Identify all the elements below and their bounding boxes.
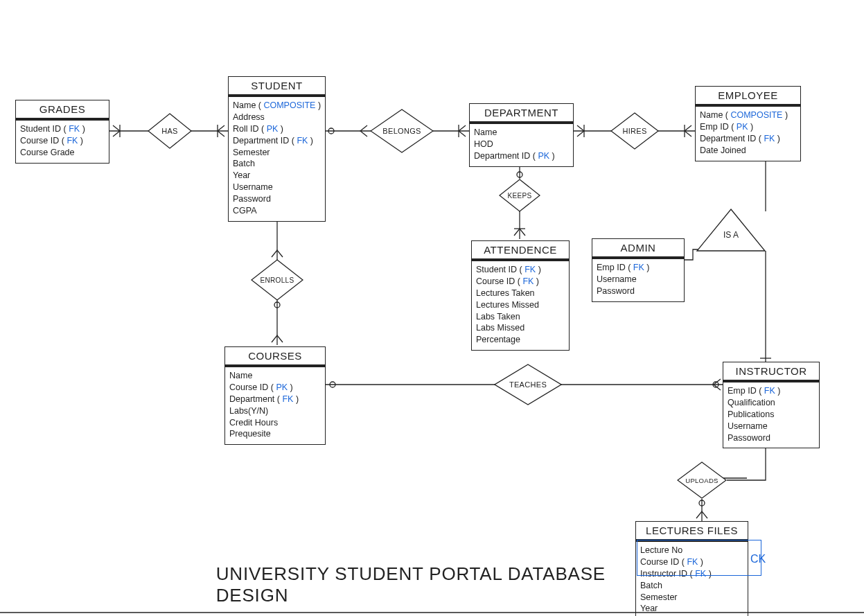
attribute-row: Password (597, 285, 680, 297)
attribute-row: Emp ID ( FK ) (597, 262, 680, 274)
attribute-row: Name ( COMPOSITE ) (700, 109, 796, 121)
attribute-row: Emp ID ( PK ) (700, 121, 796, 133)
attribute-row: Batch (640, 580, 743, 592)
attribute-row: Course ID ( FK ) (20, 135, 105, 147)
attribute-row: Username (597, 274, 680, 285)
entity-title: INSTRUCTOR (723, 362, 819, 382)
svg-point-1 (517, 172, 522, 177)
entity-attendence: ATTENDENCE Student ID ( FK )Course ID ( … (471, 240, 570, 351)
entity-grades: GRADES Student ID ( FK )Course ID ( FK )… (15, 100, 109, 164)
attribute-row: Year (233, 170, 321, 182)
attribute-row: Roll ID ( PK ) (233, 123, 321, 135)
entity-department: DEPARTMENT NameHODDepartment ID ( PK ) (469, 103, 574, 167)
er-diagram-canvas: GRADES Student ID ( FK )Course ID ( FK )… (0, 0, 864, 616)
attribute-row: Name ( COMPOSITE ) (233, 100, 321, 112)
entity-attrs: NameCourse ID ( PK )Department ( FK )Lab… (225, 367, 325, 444)
attribute-row: Course Grade (20, 147, 105, 159)
entity-attrs: Name ( COMPOSITE )Emp ID ( PK )Departmen… (696, 106, 800, 161)
entity-courses: COURSES NameCourse ID ( PK )Department (… (224, 346, 326, 445)
rel-label: HIRES (622, 127, 646, 135)
entity-title: COURSES (225, 347, 325, 367)
entity-title: LECTURES FILES (636, 522, 748, 541)
attribute-row: Student ID ( FK ) (20, 123, 105, 135)
ck-box (637, 540, 761, 576)
diagram-title: UNIVERSITY STUDENT PORTAL DATABASE DESIG… (216, 563, 649, 606)
attribute-row: Department ( FK ) (229, 394, 321, 405)
rel-keeps: KEEPS (499, 179, 540, 212)
attribute-row: Date Joined (700, 145, 796, 157)
entity-attrs: Student ID ( FK )Course ID ( FK )Lecture… (472, 261, 569, 350)
entity-title: ADMIN (592, 239, 684, 258)
entity-title: STUDENT (229, 77, 325, 96)
attribute-row: Semester (233, 147, 321, 159)
rel-uploads: UPLOADS (677, 461, 727, 499)
attribute-row: Labs Taken (476, 311, 565, 323)
entity-attrs: Student ID ( FK )Course ID ( FK )Course … (16, 120, 109, 163)
attribute-row: HOD (474, 139, 569, 150)
rel-label: KEEPS (508, 192, 532, 200)
entity-attrs: Emp ID ( FK )QualificationPublicationsUs… (723, 382, 819, 448)
svg-point-3 (274, 302, 280, 308)
attribute-row: Name (474, 127, 569, 139)
svg-point-6 (699, 500, 705, 506)
rel-label: HAS (161, 127, 178, 135)
attribute-row: Semester (640, 592, 743, 604)
attribute-row: Qualification (728, 397, 815, 409)
attribute-row: Address (233, 112, 321, 123)
entity-student: STUDENT Name ( COMPOSITE )AddressRoll ID… (228, 76, 326, 222)
rel-belongs: BELONGS (370, 109, 434, 153)
attribute-row: Year (640, 603, 743, 615)
attribute-row: Username (233, 182, 321, 193)
rel-enrolls: ENROLLS (251, 259, 303, 301)
entity-attrs: Emp ID ( FK )UsernamePassword (592, 258, 684, 301)
rel-label: IS A (723, 230, 739, 240)
entity-title: GRADES (16, 100, 109, 120)
attribute-row: Department ID ( PK ) (474, 150, 569, 162)
attribute-row: CGPA (233, 205, 321, 217)
rel-hires: HIRES (610, 112, 659, 150)
attribute-row: Credit Hours (229, 417, 321, 429)
attribute-row: Percentage (476, 334, 565, 346)
rel-isa: IS A (696, 209, 766, 254)
entity-employee: EMPLOYEE Name ( COMPOSITE )Emp ID ( PK )… (695, 86, 801, 161)
attribute-row: Password (233, 193, 321, 205)
entity-attrs: Name ( COMPOSITE )AddressRoll ID ( PK )D… (229, 96, 325, 221)
svg-point-0 (328, 128, 334, 134)
rel-has: HAS (148, 113, 192, 149)
rel-label: ENROLLS (261, 276, 294, 284)
ck-label: CK (750, 553, 766, 565)
attribute-row: Batch (233, 158, 321, 170)
rel-label: BELONGS (382, 127, 421, 135)
rel-label: UPLOADS (685, 477, 718, 484)
attribute-row: Username (728, 421, 815, 432)
attribute-row: Lectures Taken (476, 288, 565, 299)
attribute-row: Emp ID ( FK ) (728, 385, 815, 397)
svg-point-5 (713, 382, 718, 387)
attribute-row: Course ID ( FK ) (476, 276, 565, 288)
attribute-row: Course ID ( PK ) (229, 382, 321, 394)
attribute-row: Department ID ( FK ) (233, 135, 321, 147)
rel-label: TEACHES (509, 380, 547, 389)
attribute-row: Lectures Missed (476, 299, 565, 311)
attribute-row: Student ID ( FK ) (476, 264, 565, 276)
attribute-row: Passoword (728, 432, 815, 444)
rel-teaches: TEACHES (494, 364, 562, 405)
attribute-row: Name (229, 370, 321, 382)
attribute-row: Department ID ( FK ) (700, 133, 796, 145)
attribute-row: Publications (728, 409, 815, 421)
entity-title: DEPARTMENT (470, 104, 573, 123)
entity-title: EMPLOYEE (696, 87, 800, 106)
attribute-row: Labs(Y/N) (229, 405, 321, 417)
attribute-row: Prequesite (229, 428, 321, 440)
entity-instructor: INSTRUCTOR Emp ID ( FK )QualificationPub… (723, 362, 820, 448)
entity-admin: ADMIN Emp ID ( FK )UsernamePassword (592, 238, 685, 302)
attribute-row: Labs Missed (476, 322, 565, 334)
svg-point-4 (330, 382, 335, 387)
entity-title: ATTENDENCE (472, 241, 569, 261)
entity-attrs: NameHODDepartment ID ( PK ) (470, 123, 573, 166)
